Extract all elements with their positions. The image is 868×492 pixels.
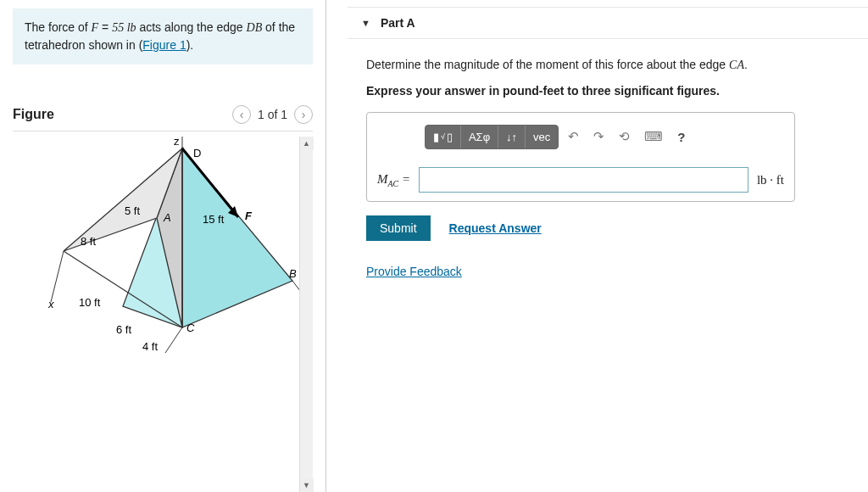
keyboard-icon[interactable]: ⌨ (639, 126, 668, 148)
provide-feedback-link[interactable]: Provide Feedback (366, 265, 462, 278)
answer-unit: lb · ft (757, 173, 784, 187)
equation-toolbar: ▮√▯ ΑΣφ ↓↑ vec ↶ ↷ ⟲ ⌨ ? (425, 121, 784, 152)
part-a-instructions: Express your answer in pound-feet to thr… (366, 82, 849, 100)
svg-text:F: F (245, 210, 253, 222)
svg-text:10 ft: 10 ft (79, 296, 101, 309)
figure-title: Figure (13, 107, 54, 122)
templates-button[interactable]: ▮√▯ (426, 126, 460, 148)
figure-next-button[interactable]: › (294, 105, 313, 124)
svg-text:D: D (193, 147, 201, 159)
figure-link[interactable]: Figure 1 (142, 38, 186, 52)
help-icon[interactable]: ? (672, 126, 690, 148)
scroll-up-icon[interactable]: ▲ (300, 137, 314, 150)
symbols-button[interactable]: ΑΣφ (460, 126, 498, 148)
svg-text:B: B (289, 267, 297, 280)
svg-text:x: x (47, 298, 54, 310)
undo-icon[interactable]: ↶ (563, 126, 584, 148)
submit-button[interactable]: Submit (366, 215, 431, 241)
scripts-button[interactable]: ↓↑ (498, 126, 525, 148)
part-a-label: Part A (381, 16, 415, 30)
svg-line-7 (165, 327, 182, 353)
request-answer-link[interactable]: Request Answer (449, 221, 542, 235)
variable-label: MAC = (377, 172, 410, 188)
figure-prev-button[interactable]: ‹ (232, 105, 251, 124)
figure-diagram: z D A F B y C x 5 ft 8 ft 10 ft 6 ft 4 f… (38, 137, 309, 357)
reset-icon[interactable]: ⟲ (614, 126, 635, 148)
part-a-header[interactable]: ▼ Part A (348, 7, 868, 39)
svg-text:5 ft: 5 ft (125, 204, 140, 217)
answer-box: ▮√▯ ΑΣφ ↓↑ vec ↶ ↷ ⟲ ⌨ ? MAC = lb · ft (366, 112, 795, 202)
svg-text:4 ft: 4 ft (142, 340, 158, 353)
figure-scrollbar[interactable]: ▲ ▼ (299, 137, 313, 492)
chevron-down-icon: ▼ (361, 18, 370, 28)
part-a-prompt: Determine the magnitude of the moment of… (366, 56, 849, 74)
scroll-down-icon[interactable]: ▼ (300, 478, 314, 492)
svg-text:6 ft: 6 ft (116, 323, 131, 336)
svg-text:C: C (186, 321, 195, 334)
vector-button[interactable]: vec (525, 126, 558, 148)
svg-text:A: A (163, 211, 171, 224)
svg-line-6 (51, 251, 64, 302)
redo-icon[interactable]: ↷ (588, 126, 609, 148)
problem-statement: The force of F = 55 lb acts along the ed… (13, 8, 313, 64)
svg-marker-0 (182, 148, 292, 327)
svg-text:z: z (174, 137, 180, 148)
figure-counter: 1 of 1 (258, 108, 287, 121)
answer-input[interactable] (419, 167, 748, 193)
svg-text:8 ft: 8 ft (81, 235, 96, 248)
svg-text:15 ft: 15 ft (203, 213, 225, 226)
